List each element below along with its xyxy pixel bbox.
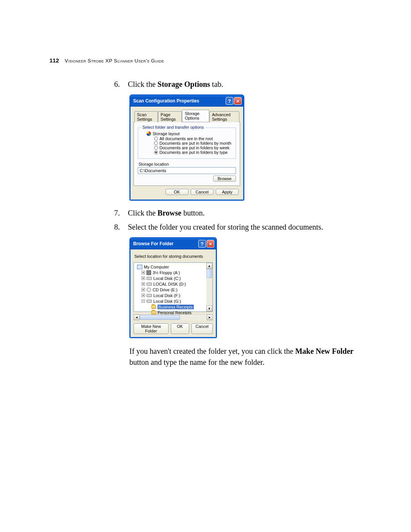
radio-root-label: All documents are in the root (159, 136, 213, 141)
note-paragraph: If you haven't created the folder yet, y… (129, 346, 365, 368)
step-6-text-bold: Storage Options (158, 80, 210, 88)
tree-item-disk-g[interactable]: − Local Disk (G:) (135, 298, 212, 304)
step-number: 6. (114, 79, 128, 90)
close-button[interactable]: × (207, 240, 214, 248)
groupbox-title: Select folder and transfer options (141, 125, 205, 129)
disk-icon (147, 294, 152, 297)
storage-location-label: Storage location (139, 162, 236, 166)
make-new-folder-button[interactable]: Make New Folder (134, 323, 169, 334)
cancel-button[interactable]: Cancel (191, 323, 213, 334)
tab-advanced-settings[interactable]: Advanced Settings (209, 111, 239, 122)
vertical-scrollbar[interactable]: ▲ ▼ (206, 263, 212, 312)
storage-layout-label: Storage layout (153, 131, 180, 136)
page-header: 112 Visioneer Strobe XP Scanner User's G… (49, 57, 388, 64)
scroll-down-icon[interactable]: ▼ (206, 305, 212, 312)
step-7: 7. Click the Browse button. (114, 208, 365, 219)
expand-icon[interactable]: + (142, 271, 145, 274)
tree-item-selected-label: Business Receipts (158, 305, 194, 309)
step-number: 8. (114, 222, 128, 233)
tree-item-disk-d[interactable]: + LOCAL DISK (D:) (135, 281, 212, 287)
horizontal-scrollbar[interactable]: ◄ ► (134, 314, 213, 320)
tree-item-cd[interactable]: + CD Drive (E:) (135, 287, 212, 292)
tree-item-floppy[interactable]: + 3½ Floppy (A:) (135, 270, 212, 275)
close-button[interactable]: × (234, 97, 242, 105)
cancel-button[interactable]: Cancel (191, 189, 213, 195)
expand-icon[interactable]: + (142, 282, 145, 286)
scroll-up-icon[interactable]: ▲ (206, 263, 212, 269)
ok-button[interactable]: OK (166, 189, 188, 195)
dialog-title: Scan Configuration Properties (133, 98, 225, 104)
radio-week-label: Documents are put in folders by week (159, 145, 229, 150)
scroll-thumb[interactable] (207, 269, 212, 278)
folder-tree[interactable]: My Computer + 3½ Floppy (A:) + Local Dis… (134, 262, 213, 312)
tab-storage-options[interactable]: Storage Options (182, 110, 209, 122)
scroll-thumb[interactable] (140, 315, 180, 320)
step-8: 8. Select the folder you created for sto… (114, 222, 365, 233)
step-6: 6. Click the Storage Options tab. (114, 79, 365, 90)
help-button[interactable]: ? (198, 240, 206, 248)
tree-item-disk-f[interactable]: + Local Disk (F:) (135, 292, 212, 298)
disk-icon (147, 283, 152, 286)
page-title: Visioneer Strobe XP Scanner User's Guide (65, 58, 164, 64)
dialog-titlebar: Scan Configuration Properties ? × (131, 96, 243, 107)
expand-icon[interactable]: + (142, 294, 145, 297)
storage-location-input[interactable]: C:\Documents (138, 167, 236, 174)
step-7-text-c: button. (182, 209, 205, 217)
step-number: 7. (114, 208, 128, 219)
disk-icon (147, 277, 152, 280)
note-text-bold: Make New Folder (295, 347, 354, 355)
help-button[interactable]: ? (226, 97, 233, 105)
step-8-text: Select the folder you created for storin… (128, 222, 365, 233)
disk-icon (147, 300, 152, 303)
radio-month-label: Documents are put in folders by month (159, 141, 231, 145)
tree-item-business-receipts[interactable]: Business Receipts (135, 304, 212, 310)
radio-week[interactable] (154, 146, 158, 150)
floppy-icon (147, 270, 151, 275)
browse-prompt: Select location for storing documents (134, 252, 213, 260)
radio-root[interactable] (154, 137, 158, 141)
folder-icon (151, 311, 156, 315)
step-7-text-bold: Browse (158, 209, 182, 217)
step-6-text-a: Click the (128, 80, 158, 88)
page-number: 112 (49, 57, 59, 64)
browse-folder-dialog: Browse For Folder ? × Select location fo… (129, 237, 217, 338)
computer-icon (137, 265, 142, 269)
storage-layout-icon (147, 131, 151, 136)
browse-button[interactable]: Browse (213, 176, 236, 182)
dialog-title: Browse For Folder (133, 241, 198, 246)
note-text-a: If you haven't created the folder yet, y… (129, 347, 295, 355)
folder-icon (151, 305, 156, 309)
radio-month[interactable] (154, 141, 158, 145)
note-text-c: button and type the name for the new fol… (129, 358, 264, 366)
collapse-icon[interactable]: − (142, 299, 145, 303)
apply-button[interactable]: Apply (216, 189, 239, 195)
tree-item-my-computer[interactable]: My Computer (135, 264, 212, 270)
step-6-text-c: tab. (210, 80, 223, 88)
radio-type[interactable] (154, 150, 158, 154)
tree-item-disk-c[interactable]: + Local Disk (C:) (135, 275, 212, 281)
dialog-titlebar: Browse For Folder ? × (131, 238, 216, 249)
cd-icon (147, 288, 151, 292)
expand-icon[interactable]: + (142, 276, 145, 280)
tab-page-settings[interactable]: Page Settings (158, 111, 182, 122)
step-7-text-a: Click the (128, 209, 158, 217)
scan-config-dialog: Scan Configuration Properties ? × Scan S… (129, 94, 244, 201)
ok-button[interactable]: OK (171, 323, 189, 334)
radio-type-label: Documents are put in folders by type (159, 150, 228, 155)
tab-scan-settings[interactable]: Scan Settings (134, 111, 158, 122)
expand-icon[interactable]: + (142, 288, 145, 291)
